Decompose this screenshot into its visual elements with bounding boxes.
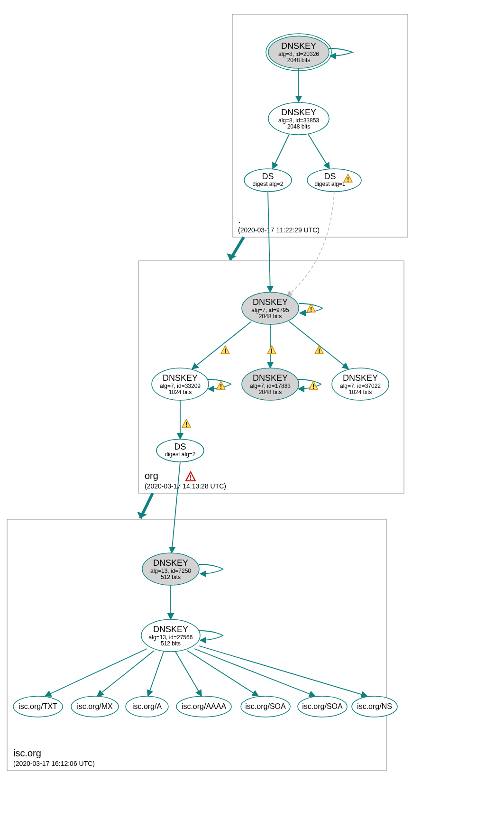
node-org-ds-title: DS bbox=[174, 442, 186, 451]
node-root-zsk-title: DNSKEY bbox=[281, 108, 316, 117]
zone-org-label: org bbox=[145, 470, 158, 481]
edge-root-zsk-to-ds1 bbox=[308, 134, 330, 169]
edge-zsk-to-rec3 bbox=[175, 652, 202, 696]
zone-isc-box bbox=[7, 519, 386, 771]
warning-icon: ! bbox=[267, 346, 276, 355]
record-label: isc.org/SOA bbox=[245, 702, 286, 710]
node-root-ksk-alg: alg=8, id=20326 bbox=[278, 51, 319, 57]
svg-text:!: ! bbox=[271, 347, 273, 355]
edge-zsk-to-rec0 bbox=[45, 649, 147, 696]
node-root-ds2-digest: digest alg=2 bbox=[252, 181, 283, 187]
node-org-zsk-17883-bits: 2048 bits bbox=[259, 389, 282, 396]
svg-text:!: ! bbox=[190, 474, 192, 481]
edge-root-zsk-to-ds2 bbox=[273, 134, 289, 169]
zone-org-timestamp: (2020-03-17 14:13:28 UTC) bbox=[145, 482, 226, 490]
zone-isc-label: isc.org bbox=[13, 748, 41, 758]
svg-text:!: ! bbox=[310, 305, 312, 313]
node-root-ds2-title: DS bbox=[262, 172, 274, 181]
node-org-ksk-alg: alg=7, id=9795 bbox=[251, 307, 289, 313]
node-org-zsk-37022: DNSKEY alg=7, id=37022 1024 bits bbox=[332, 368, 389, 400]
edge-org-17883-self bbox=[297, 379, 321, 389]
node-root-ksk: DNSKEY alg=8, id=20326 2048 bits bbox=[266, 34, 331, 71]
record-node: isc.org/SOA bbox=[298, 696, 347, 717]
edge-ds2-to-orgksk bbox=[268, 192, 270, 292]
delegation-org-to-isc bbox=[137, 493, 153, 518]
node-root-ds1-digest: digest alg=1 bbox=[314, 181, 345, 187]
node-org-ds: DS digest alg=2 bbox=[156, 439, 204, 462]
node-org-zsk-33209-alg: alg=7, id=33209 bbox=[160, 383, 201, 389]
record-label: isc.org/TXT bbox=[18, 702, 57, 710]
record-node: isc.org/TXT bbox=[13, 696, 63, 717]
node-isc-ksk: DNSKEY alg=13, id=7250 512 bits bbox=[142, 553, 199, 585]
node-root-ksk-title: DNSKEY bbox=[281, 41, 316, 51]
warning-icon: ! bbox=[182, 419, 191, 428]
svg-text:!: ! bbox=[347, 175, 349, 183]
node-org-zsk-33209: DNSKEY alg=7, id=33209 1024 bits bbox=[152, 368, 209, 400]
record-label: isc.org/A bbox=[132, 702, 162, 710]
node-root-ksk-bits: 2048 bits bbox=[287, 57, 311, 64]
node-isc-zsk-alg: alg=13, id=27566 bbox=[149, 634, 193, 641]
zone-root-timestamp: (2020-03-17 11:22:29 UTC) bbox=[238, 226, 320, 234]
node-isc-ksk-title: DNSKEY bbox=[153, 558, 188, 568]
node-org-zsk-17883-title: DNSKEY bbox=[253, 373, 288, 383]
record-label: isc.org/MX bbox=[77, 702, 113, 710]
edge-orgds-to-iscksk bbox=[172, 462, 180, 553]
node-org-ksk-title: DNSKEY bbox=[253, 297, 288, 307]
zone-root-label: . bbox=[238, 214, 241, 225]
record-label: isc.org/AAAA bbox=[182, 702, 227, 710]
record-node: isc.org/NS bbox=[352, 696, 397, 717]
zone-isc: isc.org (2020-03-17 16:12:06 UTC) bbox=[7, 519, 386, 771]
node-org-zsk-17883-alg: alg=7, id=17883 bbox=[250, 383, 291, 389]
node-isc-zsk-title: DNSKEY bbox=[153, 625, 188, 634]
svg-text:!: ! bbox=[312, 383, 315, 390]
node-isc-zsk: DNSKEY alg=13, id=27566 512 bits bbox=[141, 619, 200, 652]
node-org-zsk-37022-title: DNSKEY bbox=[343, 373, 378, 383]
edge-zsk-to-rec2 bbox=[148, 652, 164, 696]
node-org-zsk-37022-alg: alg=7, id=37022 bbox=[340, 383, 381, 389]
svg-text:!: ! bbox=[318, 347, 321, 355]
error-icon: ! bbox=[186, 472, 195, 481]
svg-text:!: ! bbox=[220, 383, 222, 390]
delegation-root-to-org bbox=[227, 237, 244, 260]
edge-zsk-to-rec1 bbox=[97, 651, 154, 696]
svg-text:!: ! bbox=[185, 421, 188, 428]
node-root-ds1-title: DS bbox=[324, 172, 336, 181]
edge-orgksk-to-37022 bbox=[289, 322, 348, 369]
record-node: isc.org/A bbox=[126, 696, 168, 717]
node-isc-ksk-bits: 512 bits bbox=[161, 574, 181, 580]
node-org-zsk-37022-bits: 1024 bits bbox=[349, 389, 372, 396]
edge-zsk-to-rec6 bbox=[199, 646, 367, 696]
node-root-ds1: DS digest alg=1 ! bbox=[307, 169, 361, 192]
warning-icon: ! bbox=[217, 381, 225, 390]
node-root-zsk-bits: 2048 bits bbox=[287, 123, 311, 130]
edge-zsk-to-rec5 bbox=[194, 649, 315, 696]
node-isc-ksk-alg: alg=13, id=7250 bbox=[150, 568, 191, 574]
warning-icon: ! bbox=[221, 346, 229, 355]
dnssec-graph: . (2020-03-17 11:22:29 UTC) org (2020-03… bbox=[0, 0, 504, 828]
edge-ds1-to-orgksk-dashed bbox=[287, 192, 334, 296]
edge-isc-zsk-self bbox=[199, 631, 223, 640]
node-org-ds-digest: digest alg=2 bbox=[165, 451, 195, 458]
node-org-zsk-33209-title: DNSKEY bbox=[163, 373, 198, 383]
record-node: isc.org/AAAA bbox=[176, 696, 231, 717]
svg-marker-1 bbox=[227, 253, 237, 260]
zone-isc-timestamp: (2020-03-17 16:12:06 UTC) bbox=[13, 760, 95, 767]
edge-root-ksk-self bbox=[329, 48, 353, 56]
node-org-ksk: DNSKEY alg=7, id=9795 2048 bits bbox=[242, 292, 299, 324]
node-org-zsk-33209-bits: 1024 bits bbox=[169, 389, 192, 396]
svg-text:!: ! bbox=[224, 347, 227, 355]
record-label: isc.org/NS bbox=[357, 702, 392, 710]
node-isc-zsk-bits: 512 bits bbox=[161, 640, 181, 647]
node-org-zsk-17883: DNSKEY alg=7, id=17883 2048 bits bbox=[242, 368, 299, 400]
node-root-zsk-alg: alg=8, id=33853 bbox=[278, 117, 319, 124]
edge-orgksk-to-33209 bbox=[192, 322, 251, 369]
record-label: isc.org/SOA bbox=[302, 702, 343, 710]
node-root-ds2: DS digest alg=2 bbox=[244, 169, 292, 192]
warning-icon: ! bbox=[315, 346, 323, 355]
node-org-ksk-bits: 2048 bits bbox=[259, 313, 282, 320]
node-root-zsk: DNSKEY alg=8, id=33853 2048 bits bbox=[268, 102, 329, 135]
record-node: isc.org/MX bbox=[71, 696, 119, 717]
edge-isc-ksk-self bbox=[199, 564, 223, 574]
record-node: isc.org/SOA bbox=[241, 696, 290, 717]
